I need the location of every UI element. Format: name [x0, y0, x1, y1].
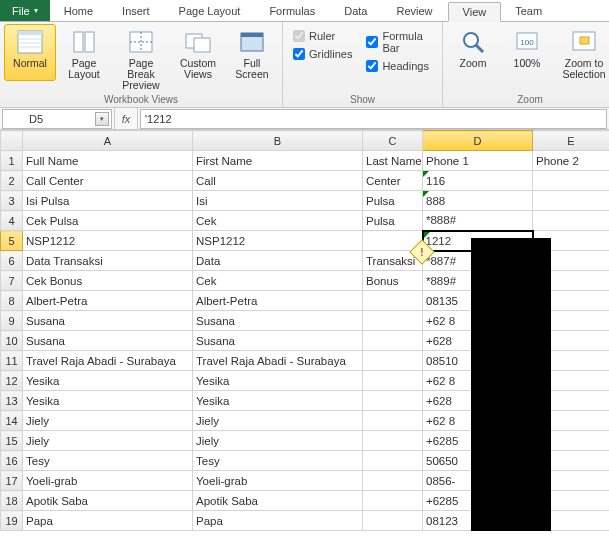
cell[interactable]: Cek	[193, 271, 363, 291]
page-break-preview-button[interactable]: Page Break Preview	[112, 24, 170, 92]
row-header[interactable]: 16	[1, 451, 23, 471]
cell[interactable]	[363, 331, 423, 351]
formula-bar-checkbox[interactable]: Formula Bar	[366, 30, 432, 54]
cell[interactable]: Susana	[23, 331, 193, 351]
cell[interactable]: Cek Pulsa	[23, 211, 193, 231]
row-header[interactable]: 11	[1, 351, 23, 371]
cell[interactable]	[363, 371, 423, 391]
select-all-corner[interactable]	[1, 131, 23, 151]
formula-input[interactable]: '1212	[140, 109, 607, 129]
row-header[interactable]: 9	[1, 311, 23, 331]
cell[interactable]: Jiely	[23, 431, 193, 451]
row-header[interactable]: 17	[1, 471, 23, 491]
cell[interactable]: Pulsa	[363, 191, 423, 211]
cell[interactable]: Travel Raja Abadi - Surabaya	[193, 351, 363, 371]
custom-views-button[interactable]: Custom Views	[172, 24, 224, 81]
cell[interactable]: Full Name	[23, 151, 193, 171]
cell[interactable]: Albert-Petra	[23, 291, 193, 311]
cell[interactable]	[363, 311, 423, 331]
normal-view-button[interactable]: Normal	[4, 24, 56, 81]
cell[interactable]: Phone 1	[423, 151, 533, 171]
cell[interactable]: Yesika	[193, 391, 363, 411]
fx-button[interactable]: fx	[114, 108, 138, 129]
cell[interactable]: Call Center	[23, 171, 193, 191]
cell[interactable]: *888#	[423, 211, 533, 231]
cell[interactable]	[363, 431, 423, 451]
row-header[interactable]: 6	[1, 251, 23, 271]
cell[interactable]: Cek Bonus	[23, 271, 193, 291]
row-header[interactable]: 10	[1, 331, 23, 351]
cell[interactable]: Tesy	[23, 451, 193, 471]
row-header[interactable]: 15	[1, 431, 23, 451]
tab-insert[interactable]: Insert	[108, 2, 165, 20]
tab-team[interactable]: Team	[501, 2, 557, 20]
cell[interactable]: 888	[423, 191, 533, 211]
cell[interactable]: Yesika	[23, 371, 193, 391]
cell[interactable]: Yesika	[23, 391, 193, 411]
cell[interactable]: Jiely	[23, 411, 193, 431]
row-header[interactable]: 4	[1, 211, 23, 231]
cell[interactable]: Data Transaksi	[23, 251, 193, 271]
cell[interactable]: Tesy	[193, 451, 363, 471]
zoom-100-button[interactable]: 100 100%	[501, 24, 553, 81]
cell[interactable]: Phone 2	[533, 151, 610, 171]
cell[interactable]	[363, 491, 423, 511]
cell[interactable]: Susana	[193, 331, 363, 351]
cell[interactable]: Center	[363, 171, 423, 191]
cell[interactable]: Jiely	[193, 411, 363, 431]
cell[interactable]: Apotik Saba	[23, 491, 193, 511]
cell[interactable]	[363, 391, 423, 411]
cell[interactable]: Albert-Petra	[193, 291, 363, 311]
cell[interactable]: Pulsa	[363, 211, 423, 231]
cell[interactable]: Papa	[23, 511, 193, 531]
cell[interactable]	[533, 171, 610, 191]
row-header[interactable]: 3	[1, 191, 23, 211]
ruler-checkbox[interactable]: Ruler	[293, 30, 352, 42]
zoom-to-selection-button[interactable]: Zoom to Selection	[555, 24, 609, 81]
cell[interactable]: Yoeli-grab	[23, 471, 193, 491]
column-header-C[interactable]: C	[363, 131, 423, 151]
cell[interactable]: Susana	[23, 311, 193, 331]
row-header[interactable]: 13	[1, 391, 23, 411]
cell[interactable]	[363, 351, 423, 371]
column-header-B[interactable]: B	[193, 131, 363, 151]
tab-view[interactable]: View	[448, 2, 502, 22]
cell[interactable]	[533, 211, 610, 231]
row-header[interactable]: 12	[1, 371, 23, 391]
column-header-A[interactable]: A	[23, 131, 193, 151]
cell[interactable]: Cek	[193, 211, 363, 231]
cell[interactable]: Susana	[193, 311, 363, 331]
cell[interactable]: Jiely	[193, 431, 363, 451]
row-header[interactable]: 5	[1, 231, 23, 251]
name-box-dropdown[interactable]: ▾	[95, 112, 109, 126]
cell[interactable]: NSP1212	[23, 231, 193, 251]
row-header[interactable]: 8	[1, 291, 23, 311]
gridlines-checkbox[interactable]: Gridlines	[293, 48, 352, 60]
cell[interactable]: 116	[423, 171, 533, 191]
cell[interactable]: Data	[193, 251, 363, 271]
headings-checkbox[interactable]: Headings	[366, 60, 432, 72]
cell[interactable]: Isi Pulsa	[23, 191, 193, 211]
tab-file[interactable]: File ▾	[0, 0, 50, 21]
cell[interactable]	[533, 191, 610, 211]
name-box[interactable]: D5 ▾	[2, 109, 112, 129]
cell[interactable]: Papa	[193, 511, 363, 531]
column-header-E[interactable]: E	[533, 131, 610, 151]
full-screen-button[interactable]: Full Screen	[226, 24, 278, 81]
cell[interactable]: Travel Raja Abadi - Surabaya	[23, 351, 193, 371]
tab-review[interactable]: Review	[382, 2, 447, 20]
row-header[interactable]: 1	[1, 151, 23, 171]
zoom-button[interactable]: Zoom	[447, 24, 499, 81]
cell[interactable]: Yoeli-grab	[193, 471, 363, 491]
cell[interactable]: Apotik Saba	[193, 491, 363, 511]
tab-formulas[interactable]: Formulas	[255, 2, 330, 20]
cell[interactable]: Last Name	[363, 151, 423, 171]
row-header[interactable]: 2	[1, 171, 23, 191]
cell[interactable]: NSP1212	[193, 231, 363, 251]
cell[interactable]: Isi	[193, 191, 363, 211]
row-header[interactable]: 7	[1, 271, 23, 291]
cell[interactable]	[363, 511, 423, 531]
cell[interactable]: Yesika	[193, 371, 363, 391]
page-layout-button[interactable]: Page Layout	[58, 24, 110, 81]
cell[interactable]	[363, 411, 423, 431]
